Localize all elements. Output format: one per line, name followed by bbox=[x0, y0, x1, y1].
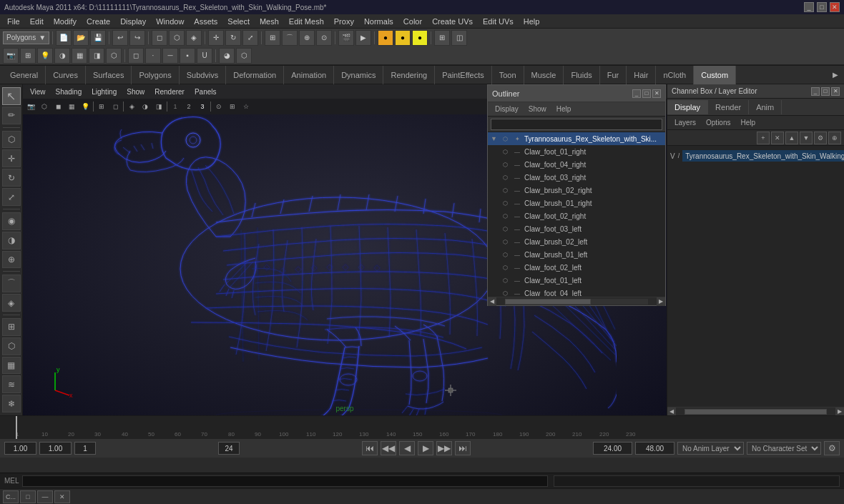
tab-subdivs[interactable]: Subdvivs bbox=[180, 66, 227, 84]
hscroll-track[interactable] bbox=[505, 299, 648, 305]
tab-dynamics[interactable]: Dynamics bbox=[334, 66, 383, 84]
dock-maximize[interactable]: □ bbox=[20, 490, 36, 503]
go-start-btn[interactable]: ⏮ bbox=[362, 441, 378, 455]
step-back-btn[interactable]: ◀◀ bbox=[381, 441, 396, 455]
freeze-tool[interactable]: ❄ bbox=[2, 395, 21, 412]
menu-create[interactable]: Create bbox=[82, 16, 114, 27]
layer-visible-check[interactable]: V bbox=[670, 151, 675, 161]
vp-wireframe-icon[interactable]: ◻ bbox=[109, 100, 122, 113]
close-button[interactable]: ✕ bbox=[830, 2, 840, 12]
range-end-input[interactable] bbox=[635, 442, 674, 455]
tab-animation[interactable]: Animation bbox=[284, 66, 334, 84]
dock-close[interactable]: ✕ bbox=[54, 490, 70, 503]
menu-proxy[interactable]: Proxy bbox=[330, 16, 358, 27]
menu-help[interactable]: Help bbox=[519, 16, 544, 27]
hscroll-thumb[interactable] bbox=[505, 299, 591, 305]
vp-menu-show[interactable]: Show bbox=[122, 87, 149, 97]
dock-minimize[interactable]: — bbox=[37, 490, 53, 503]
layer-connect-icon[interactable]: ⊕ bbox=[828, 132, 841, 144]
cb-close-btn[interactable]: ✕ bbox=[831, 87, 840, 96]
minimize-button[interactable]: _ bbox=[804, 2, 814, 12]
menu-create-uvs[interactable]: Create UVs bbox=[428, 16, 477, 27]
layer-settings-icon[interactable]: ⚙ bbox=[814, 132, 827, 144]
sculpt-tool[interactable]: ◑ bbox=[2, 232, 21, 249]
vp-perspective-icon[interactable]: ⬡ bbox=[38, 100, 51, 113]
render-region-tool[interactable]: ⊞ bbox=[2, 318, 21, 336]
play-back-btn[interactable]: ◀ bbox=[399, 441, 415, 455]
vp-res-high-icon[interactable]: 3 bbox=[196, 100, 209, 113]
dra-scroll-left[interactable]: ◀ bbox=[667, 407, 676, 416]
layer-move-down-icon[interactable]: ▼ bbox=[800, 132, 813, 144]
tab-rendering[interactable]: Rendering bbox=[383, 66, 435, 84]
mel-input[interactable] bbox=[22, 475, 548, 487]
cb-minimize-btn[interactable]: _ bbox=[811, 87, 820, 96]
vp-res-low-icon[interactable]: 1 bbox=[169, 100, 182, 113]
shading-button[interactable]: ◑ bbox=[54, 48, 70, 64]
dock-script-editor[interactable]: C... bbox=[3, 490, 19, 503]
step-fwd-btn[interactable]: ▶▶ bbox=[436, 441, 452, 455]
vp-bookmark-icon[interactable]: ☆ bbox=[240, 100, 252, 113]
camera-button[interactable]: 📷 bbox=[3, 48, 19, 64]
layer-move-up-icon[interactable]: ▲ bbox=[785, 132, 798, 144]
new-scene-button[interactable]: 📄 bbox=[56, 30, 72, 46]
tab-general[interactable]: General bbox=[3, 66, 46, 84]
vp-solid-icon[interactable]: ◼ bbox=[51, 100, 64, 113]
vp-frame-all-icon[interactable]: ⊞ bbox=[226, 100, 239, 113]
hscroll-left[interactable]: ◀ bbox=[488, 297, 496, 306]
settings-btn[interactable]: ⚙ bbox=[824, 441, 840, 455]
outliner-item-7[interactable]: ⬡ — Claw_brush_02_left bbox=[488, 235, 665, 248]
layer-name[interactable]: Tyrannosaurus_Rex_Skeleton_with_Skin_Wal… bbox=[682, 150, 844, 162]
maximize-button[interactable]: □ bbox=[817, 2, 827, 12]
menu-select[interactable]: Select bbox=[223, 16, 254, 27]
play-fwd-btn[interactable]: ▶ bbox=[418, 441, 433, 455]
tab-fur[interactable]: Fur bbox=[600, 66, 627, 84]
vp-crease-icon[interactable]: ◨ bbox=[152, 100, 165, 113]
tab-fluids[interactable]: Fluids bbox=[564, 66, 599, 84]
tab-hair[interactable]: Hair bbox=[627, 66, 656, 84]
tab-ncloth[interactable]: nCloth bbox=[656, 66, 694, 84]
vertex-button[interactable]: · bbox=[145, 48, 161, 64]
surface-tool[interactable]: ◈ bbox=[2, 294, 21, 312]
tab-muscle[interactable]: Muscle bbox=[524, 66, 564, 84]
smooth-button[interactable]: ◕ bbox=[219, 48, 235, 64]
vp-menu-renderer[interactable]: Renderer bbox=[150, 87, 189, 97]
quality-med-button[interactable]: ● bbox=[395, 30, 411, 46]
curve-tool[interactable]: ⌒ bbox=[2, 275, 21, 292]
menu-normals[interactable]: Normals bbox=[360, 16, 398, 27]
vp-backface-icon[interactable]: ◑ bbox=[139, 100, 152, 113]
tab-deformation[interactable]: Deformation bbox=[226, 66, 284, 84]
menu-edit[interactable]: Edit bbox=[26, 16, 48, 27]
outliner-item-1[interactable]: ⬡ — Claw_foot_04_right bbox=[488, 158, 665, 171]
outliner-item-10[interactable]: ⬡ — Claw_foot_01_left bbox=[488, 274, 665, 287]
shadow-button[interactable]: ◨ bbox=[89, 48, 104, 64]
menu-edit-uvs[interactable]: Edit UVs bbox=[479, 16, 518, 27]
wireframe-button[interactable]: ⬡ bbox=[106, 48, 122, 64]
paint-tool[interactable]: ✏ bbox=[2, 107, 21, 124]
outliner-item-root[interactable]: ▼ ⬡ ✦ Tyrannosaurus_Rex_Skeleton_with_Sk… bbox=[488, 132, 665, 145]
lights-button[interactable]: 💡 bbox=[37, 48, 53, 64]
show-hud-button[interactable]: ◫ bbox=[451, 30, 467, 46]
outliner-item-3[interactable]: ⬡ — Claw_brush_02_right bbox=[488, 184, 665, 197]
outliner-item-2[interactable]: ⬡ — Claw_foot_03_right bbox=[488, 171, 665, 184]
vp-sel-highlight-icon[interactable]: ◈ bbox=[125, 100, 138, 113]
outliner-minimize-btn[interactable]: _ bbox=[632, 89, 641, 98]
vp-grid-icon[interactable]: ⊞ bbox=[95, 100, 108, 113]
menu-modify[interactable]: Modify bbox=[49, 16, 81, 27]
outliner-search-input[interactable] bbox=[491, 119, 662, 130]
rotate-tool-button[interactable]: ↻ bbox=[225, 30, 241, 46]
outliner-list[interactable]: ▼ ⬡ ✦ Tyrannosaurus_Rex_Skeleton_with_Sk… bbox=[488, 132, 665, 297]
menu-mesh[interactable]: Mesh bbox=[255, 16, 283, 27]
snap-point-button[interactable]: ⊕ bbox=[299, 30, 315, 46]
redo-button[interactable]: ↪ bbox=[129, 30, 145, 46]
show-grid-button[interactable]: ⊞ bbox=[434, 30, 450, 46]
lasso-tool-button[interactable]: ⬡ bbox=[169, 30, 185, 46]
select-tool-button[interactable]: ◻ bbox=[152, 30, 167, 46]
menu-window[interactable]: Window bbox=[152, 16, 188, 27]
vp-menu-view[interactable]: View bbox=[26, 87, 50, 97]
snap-grid-button[interactable]: ⊞ bbox=[265, 30, 280, 46]
outliner-menu-show[interactable]: Show bbox=[524, 104, 551, 114]
texture-button[interactable]: ▦ bbox=[72, 48, 87, 64]
outliner-item-4[interactable]: ⬡ — Claw_brush_01_right bbox=[488, 197, 665, 209]
outliner-menu-help[interactable]: Help bbox=[552, 104, 576, 114]
subdiv-button[interactable]: ⬡ bbox=[236, 48, 252, 64]
